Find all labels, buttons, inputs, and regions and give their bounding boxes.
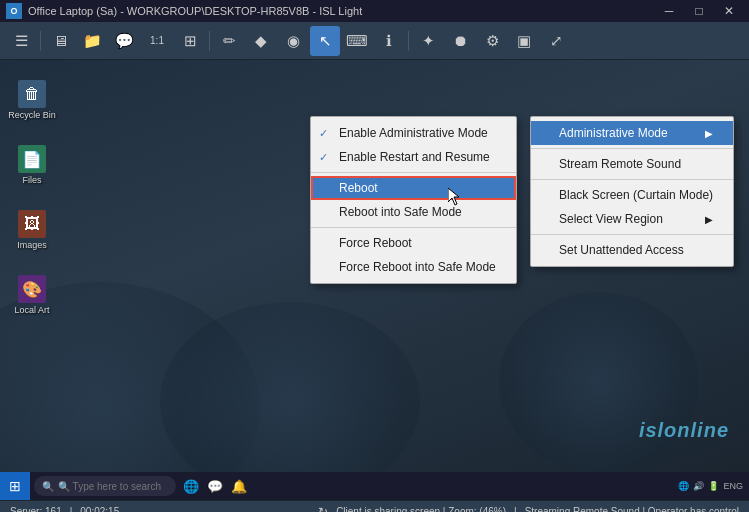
hamburger-icon[interactable]: ☰ (6, 26, 36, 56)
right-menu-sep-1 (531, 148, 733, 149)
refresh-icon: ↻ (318, 505, 328, 513)
isl-logo: islonline (639, 419, 729, 442)
toolbar-separator-3 (408, 31, 409, 51)
location-icon[interactable]: ◉ (278, 26, 308, 56)
force-reboot-safe-item[interactable]: Force Reboot into Safe Mode (311, 255, 516, 279)
settings-icon[interactable]: ⚙ (477, 26, 507, 56)
toolbar-separator-2 (209, 31, 210, 51)
taskbar-app-notify[interactable]: 🔔 (228, 475, 250, 497)
title-bar-text: Office Laptop (Sa) - WORKGROUP\DESKTOP-H… (28, 5, 362, 17)
recycle-bin-icon[interactable]: 🗑 Recycle Bin (8, 80, 56, 120)
ratio-button[interactable]: 1:1 (141, 26, 173, 56)
keyboard-icon[interactable]: ⌨ (342, 26, 372, 56)
admin-mode-header[interactable]: Administrative Mode ▶ (531, 121, 733, 145)
cursor-icon[interactable]: ↖ (310, 26, 340, 56)
black-screen-item[interactable]: Black Screen (Curtain Mode) (531, 183, 733, 207)
stream-sound-item[interactable]: Stream Remote Sound (531, 152, 733, 176)
fullscreen-icon[interactable]: ⊞ (175, 26, 205, 56)
sound-status: Streaming Remote Sound | Operator has co… (525, 506, 739, 512)
set-unattended-access-item[interactable]: Set Unattended Access (531, 238, 733, 262)
display-icon[interactable]: ▣ (509, 26, 539, 56)
title-bar: O Office Laptop (Sa) - WORKGROUP\DESKTOP… (0, 0, 749, 22)
folder-icon[interactable]: 📁 (77, 26, 107, 56)
battery-icon: 🔋 (708, 481, 719, 491)
title-bar-buttons: ─ □ ✕ (655, 0, 743, 22)
check-icon: ✓ (319, 127, 328, 140)
select-view-region-item[interactable]: Select View Region ▶ (531, 207, 733, 231)
network-icon: 🌐 (678, 481, 689, 491)
local-art-icon[interactable]: 🎨 Local Art (8, 275, 56, 315)
taskbar-search[interactable]: 🔍 (34, 476, 176, 496)
right-menu-sep-2 (531, 179, 733, 180)
pen-icon[interactable]: ✏ (214, 26, 244, 56)
toolbar: ☰ 🖥 📁 💬 1:1 ⊞ ✏ ◆ ◉ ↖ ⌨ ℹ ✦ ⏺ ⚙ ▣ ⤢ (0, 22, 749, 60)
taskbar-app-browser[interactable]: 🌐 (180, 475, 202, 497)
search-input[interactable] (58, 481, 168, 492)
status-sep-1: | (70, 506, 73, 512)
taskbar-apps: 🌐 💬 🔔 (180, 475, 250, 497)
taskbar-right: 🌐 🔊 🔋 ENG (678, 481, 749, 491)
right-menu-sep-3 (531, 234, 733, 235)
images-icon[interactable]: 🖼 Images (8, 210, 56, 250)
reboot-item[interactable]: Reboot (311, 176, 516, 200)
view-region-arrow-icon: ▶ (705, 214, 713, 225)
chat-icon[interactable]: 💬 (109, 26, 139, 56)
menu-separator-1 (311, 172, 516, 173)
maximize-button[interactable]: □ (685, 0, 713, 22)
context-menu-left: ✓ Enable Administrative Mode ✓ Enable Re… (310, 116, 517, 284)
info-icon[interactable]: ℹ (374, 26, 404, 56)
toolbar-separator (40, 31, 41, 51)
taskbar-app-chat[interactable]: 💬 (204, 475, 226, 497)
record-icon[interactable]: ⏺ (445, 26, 475, 56)
bg-blob-3 (499, 292, 699, 472)
expand-icon[interactable]: ⤢ (541, 26, 571, 56)
session-time: 00:02:15 (80, 506, 119, 512)
monitor-icon[interactable]: 🖥 (45, 26, 75, 56)
highlight-icon[interactable]: ◆ (246, 26, 276, 56)
close-button[interactable]: ✕ (715, 0, 743, 22)
status-bar: Server: 161 | 00:02:15 ↻ Client is shari… (0, 500, 749, 512)
server-label: Server: 161 (10, 506, 62, 512)
taskbar-time: ENG (723, 481, 743, 491)
client-status: Client is sharing screen | Zoom: (46%) (336, 506, 506, 512)
context-menu-right: Administrative Mode ▶ Stream Remote Soun… (530, 116, 734, 267)
remote-desktop: 🗑 Recycle Bin 📄 Files 🖼 Images 🎨 Local A… (0, 60, 749, 472)
minimize-button[interactable]: ─ (655, 0, 683, 22)
taskbar: ⊞ 🔍 🌐 💬 🔔 🌐 🔊 🔋 ENG (0, 472, 749, 500)
menu-separator-2 (311, 227, 516, 228)
check-icon-2: ✓ (319, 151, 328, 164)
tools-icon[interactable]: ✦ (413, 26, 443, 56)
status-sep-3: | (514, 506, 517, 512)
start-button[interactable]: ⊞ (0, 472, 30, 500)
files-icon[interactable]: 📄 Files (8, 145, 56, 185)
volume-icon: 🔊 (693, 481, 704, 491)
enable-admin-mode-item[interactable]: ✓ Enable Administrative Mode (311, 121, 516, 145)
reboot-safe-item[interactable]: Reboot into Safe Mode (311, 200, 516, 224)
force-reboot-item[interactable]: Force Reboot (311, 231, 516, 255)
app-logo: O (6, 3, 22, 19)
enable-restart-item[interactable]: ✓ Enable Restart and Resume (311, 145, 516, 169)
submenu-arrow-icon: ▶ (705, 128, 713, 139)
title-bar-left: O Office Laptop (Sa) - WORKGROUP\DESKTOP… (6, 3, 362, 19)
